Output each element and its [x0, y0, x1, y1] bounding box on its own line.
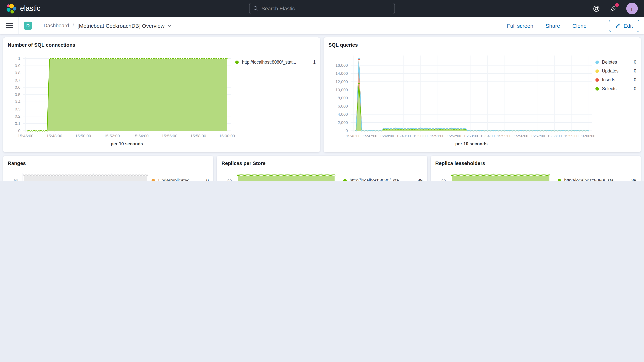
svg-text:4,000: 4,000: [338, 112, 348, 116]
help-icon: [592, 5, 600, 12]
svg-text:0.7: 0.7: [15, 78, 20, 82]
svg-text:15:48:00: 15:48:00: [380, 134, 394, 138]
panel-replica-leaseholders: Replica leaseholders 0102030405060708015…: [430, 156, 641, 181]
global-search[interactable]: [249, 3, 395, 14]
legend-item[interactable]: Updates0: [596, 68, 636, 74]
svg-text:0.3: 0.3: [15, 107, 20, 111]
legend-value: 89: [414, 178, 423, 181]
svg-text:per 10 seconds: per 10 seconds: [111, 141, 143, 146]
svg-text:15:46:00: 15:46:00: [18, 134, 34, 138]
full-screen-link[interactable]: Full screen: [507, 22, 533, 29]
legend-item[interactable]: http://localhost:8080/_sta...89: [558, 178, 636, 181]
user-avatar[interactable]: r: [626, 3, 638, 14]
svg-text:15:59:00: 15:59:00: [564, 134, 579, 138]
svg-text:80: 80: [441, 178, 446, 181]
svg-text:0.6: 0.6: [15, 85, 20, 90]
notification-dot: [615, 3, 619, 7]
legend-label: http://localhost:8080/_sta...: [350, 178, 402, 181]
svg-text:12,000: 12,000: [336, 80, 348, 84]
legend-dot-icon: [343, 179, 346, 181]
svg-text:0.1: 0.1: [15, 121, 20, 126]
chart-canvas[interactable]: 02,0004,0006,0008,00010,00012,00014,0001…: [327, 49, 596, 152]
svg-text:15:58:00: 15:58:00: [190, 134, 206, 138]
chart-legend: http://localhost:8080/_sta...89: [558, 168, 638, 181]
legend-item[interactable]: http://localhost:8080/_sta...89: [343, 178, 422, 181]
svg-text:0.2: 0.2: [15, 114, 20, 118]
svg-text:6,000: 6,000: [338, 104, 348, 108]
breadcrumb-dashboard[interactable]: Dashboard: [44, 23, 69, 28]
legend-item[interactable]: Deletes0: [596, 59, 636, 65]
legend-label: Updates: [602, 68, 618, 74]
panel-title: Replicas per Store: [220, 159, 424, 168]
legend-dot-icon: [558, 179, 561, 181]
svg-text:15:49:00: 15:49:00: [396, 134, 411, 138]
panel-replicas-per-store: Replicas per Store 0102030405060708015:4…: [217, 156, 427, 181]
chart-area: 0102030405060708015:46:0015:49:0015:52:0…: [220, 168, 343, 181]
svg-text:15:56:00: 15:56:00: [162, 134, 178, 138]
chart-canvas[interactable]: 0102030405060708015:46:0015:49:0015:52:0…: [434, 168, 558, 181]
svg-text:80: 80: [14, 178, 18, 181]
chart-row: 0102030405060708015:46:0015:49:0015:52:0…: [220, 168, 424, 181]
svg-text:0.5: 0.5: [15, 92, 20, 97]
svg-text:15:58:00: 15:58:00: [548, 134, 562, 138]
svg-text:15:54:00: 15:54:00: [480, 134, 495, 138]
svg-text:15:53:00: 15:53:00: [464, 134, 478, 138]
panel-title: Ranges: [6, 159, 210, 168]
clone-link[interactable]: Clone: [572, 22, 586, 29]
edit-button[interactable]: Edit: [609, 20, 639, 32]
chart-canvas[interactable]: 00.10.20.30.40.50.60.70.80.9115:46:0015:…: [6, 49, 235, 152]
search-input[interactable]: [262, 6, 391, 11]
chart-canvas[interactable]: 0102030405060708015:46:0015:49:0015:52:0…: [220, 168, 343, 181]
svg-text:15:57:00: 15:57:00: [531, 134, 545, 138]
toolbar-actions: Full screen Share Clone Edit: [507, 20, 639, 32]
legend-dot-icon: [596, 70, 599, 73]
panel-title: Replica leaseholders: [434, 159, 638, 168]
chart-row: 00.10.20.30.40.50.60.70.80.9115:46:0015:…: [6, 49, 317, 152]
legend-label: Deletes: [602, 59, 617, 65]
chart-legend: Underreplicated0Overreplicated0Unavailab…: [152, 168, 210, 181]
legend-label: Selects: [602, 86, 616, 92]
panel-title: SQL queries: [327, 40, 638, 49]
chart-row: 0102030405060708015:46:0015:48:0015:50:0…: [6, 168, 210, 181]
chart-legend: Deletes0Updates0Inserts0Selects0: [596, 49, 638, 152]
svg-text:15:54:00: 15:54:00: [133, 134, 149, 138]
svg-text:2,000: 2,000: [338, 120, 348, 125]
legend-dot-icon: [596, 60, 599, 64]
svg-text:15:55:00: 15:55:00: [497, 134, 512, 138]
legend-value: 0: [630, 77, 636, 83]
page-title[interactable]: [Metricbeat CockroachDB] Overview: [78, 22, 172, 29]
share-link[interactable]: Share: [546, 22, 560, 29]
page-title-text: [Metricbeat CockroachDB] Overview: [78, 22, 164, 29]
panel-sql-queries: SQL queries 02,0004,0006,0008,00010,0001…: [324, 38, 641, 152]
hamburger-icon: [6, 23, 12, 28]
svg-text:16:00:00: 16:00:00: [219, 134, 235, 138]
svg-text:15:56:00: 15:56:00: [514, 134, 528, 138]
dashboard-space-badge[interactable]: D: [24, 22, 32, 30]
svg-text:15:47:00: 15:47:00: [363, 134, 377, 138]
toolbar-divider: [18, 17, 19, 34]
chart-area: 0102030405060708015:46:0015:49:0015:52:0…: [434, 168, 558, 181]
chart-canvas[interactable]: 0102030405060708015:46:0015:48:0015:50:0…: [6, 168, 152, 181]
dashboard-grid: Number of SQL connections 00.10.20.30.40…: [0, 34, 644, 181]
help-button[interactable]: [592, 5, 600, 12]
chart-area: 00.10.20.30.40.50.60.70.80.9115:46:0015:…: [6, 49, 236, 152]
chart-legend: http://localhost:8080/_sta...89: [343, 168, 424, 181]
chart-row: 0102030405060708015:46:0015:49:0015:52:0…: [434, 168, 638, 181]
svg-text:0: 0: [18, 128, 20, 133]
chevron-down-icon: [168, 24, 172, 27]
search-icon: [253, 6, 258, 11]
legend-item[interactable]: Underreplicated0: [152, 178, 209, 181]
menu-button[interactable]: [0, 17, 18, 34]
elastic-brand[interactable]: elastic: [6, 3, 40, 14]
legend-value: 0: [630, 86, 636, 92]
legend-item[interactable]: Selects0: [596, 86, 636, 92]
legend-value: 0: [630, 59, 636, 65]
legend-dot-icon: [236, 60, 239, 64]
svg-text:15:50:00: 15:50:00: [75, 134, 91, 138]
newsfeed-button[interactable]: [609, 5, 617, 12]
chart-row: 02,0004,0006,0008,00010,00012,00014,0001…: [327, 49, 638, 152]
legend-item[interactable]: http://localhost:8080/_stat...1: [236, 59, 316, 65]
legend-item[interactable]: Inserts0: [596, 77, 636, 83]
breadcrumb: Dashboard / [Metricbeat CockroachDB] Ove…: [44, 22, 172, 29]
toolbar-divider: [37, 17, 38, 34]
